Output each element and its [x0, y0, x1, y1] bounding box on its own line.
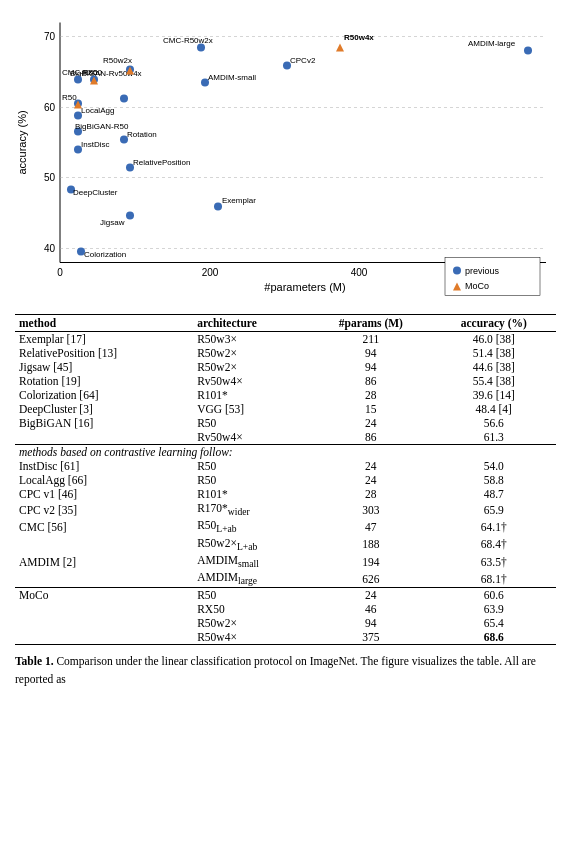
svg-text:accuracy (%): accuracy (%) — [16, 110, 28, 174]
arch-cell: R50w2× — [193, 360, 310, 374]
svg-text:DeepCluster: DeepCluster — [73, 188, 118, 197]
svg-text:RelativePosition: RelativePosition — [133, 158, 190, 167]
method-cell: CPC v1 [46] — [15, 487, 193, 501]
table-row: Rv50w4× 86 61.3 — [15, 430, 556, 445]
table-row: DeepCluster [3] VGG [53] 15 48.4 [4] — [15, 402, 556, 416]
arch-cell: R170*wider — [193, 501, 310, 518]
results-table: method architecture #params (M) accuracy… — [15, 314, 556, 645]
svg-point-45 — [524, 47, 532, 55]
acc-cell: 44.6 [38] — [431, 360, 556, 374]
arch-cell: Rv50w4× — [193, 374, 310, 388]
arch-cell: R50w2× — [193, 346, 310, 360]
method-cell — [15, 536, 193, 553]
method-cell — [15, 616, 193, 630]
svg-text:#parameters (M): #parameters (M) — [264, 281, 345, 293]
arch-cell: AMDIMsmall — [193, 553, 310, 570]
svg-text:AMDIM-small: AMDIM-small — [208, 73, 256, 82]
table-row: LocalAgg [66] R50 24 58.8 — [15, 473, 556, 487]
svg-text:LocalAgg: LocalAgg — [81, 106, 114, 115]
acc-cell: 48.4 [4] — [431, 402, 556, 416]
svg-point-59 — [453, 267, 461, 275]
params-cell: 86 — [310, 374, 431, 388]
method-cell: DeepCluster [3] — [15, 402, 193, 416]
params-cell: 94 — [310, 616, 431, 630]
method-cell: LocalAgg [66] — [15, 473, 193, 487]
params-cell: 626 — [310, 570, 431, 588]
arch-cell: R50w4× — [193, 630, 310, 645]
svg-text:40: 40 — [44, 243, 56, 254]
acc-cell: 39.6 [14] — [431, 388, 556, 402]
chart-area: 70 60 50 40 0 200 400 600 #parameters (M… — [15, 10, 556, 310]
params-cell: 24 — [310, 416, 431, 430]
table-row: Rotation [19] Rv50w4× 86 55.4 [38] — [15, 374, 556, 388]
col-header-params: #params (M) — [310, 315, 431, 332]
acc-cell: 68.6 — [431, 630, 556, 645]
table-row: AMDIMlarge 626 68.1† — [15, 570, 556, 588]
svg-marker-56 — [336, 44, 344, 52]
arch-cell: Rv50w4× — [193, 430, 310, 445]
params-cell: 24 — [310, 588, 431, 603]
method-cell: RelativePosition [13] — [15, 346, 193, 360]
params-cell: 15 — [310, 402, 431, 416]
method-cell: Jigsaw [45] — [15, 360, 193, 374]
params-cell: 94 — [310, 346, 431, 360]
moco-row: RX50 46 63.9 — [15, 602, 556, 616]
svg-text:AMDIM-large: AMDIM-large — [468, 39, 516, 48]
arch-cell: R50 — [193, 473, 310, 487]
method-cell: Rotation [19] — [15, 374, 193, 388]
acc-cell: 55.4 [38] — [431, 374, 556, 388]
arch-cell: R50 — [193, 588, 310, 603]
arch-cell: RX50 — [193, 602, 310, 616]
method-cell — [15, 570, 193, 588]
acc-cell: 63.5† — [431, 553, 556, 570]
svg-text:Jigsaw: Jigsaw — [100, 218, 125, 227]
svg-point-34 — [120, 95, 128, 103]
table-row: Exemplar [17] R50w3× 211 46.0 [38] — [15, 332, 556, 347]
params-cell: 94 — [310, 360, 431, 374]
table-header-row: method architecture #params (M) accuracy… — [15, 315, 556, 332]
acc-cell: 60.6 — [431, 588, 556, 603]
svg-text:Rotation: Rotation — [127, 130, 157, 139]
arch-cell: AMDIMlarge — [193, 570, 310, 588]
method-cell: Exemplar [17] — [15, 332, 193, 347]
svg-text:R50: R50 — [62, 93, 77, 102]
params-cell: 194 — [310, 553, 431, 570]
acc-cell: 65.4 — [431, 616, 556, 630]
arch-cell: VGG [53] — [193, 402, 310, 416]
acc-cell: 58.8 — [431, 473, 556, 487]
svg-text:70: 70 — [44, 31, 56, 42]
svg-text:RX50: RX50 — [82, 68, 103, 77]
svg-text:CPCv2: CPCv2 — [290, 56, 316, 65]
method-cell — [15, 630, 193, 645]
svg-text:MoCo: MoCo — [465, 281, 489, 291]
params-cell: 24 — [310, 473, 431, 487]
svg-text:60: 60 — [44, 102, 56, 113]
arch-cell: R50w2× — [193, 616, 310, 630]
method-cell — [15, 430, 193, 445]
params-cell: 24 — [310, 459, 431, 473]
svg-text:Exemplar: Exemplar — [222, 196, 256, 205]
method-cell: AMDIM [2] — [15, 553, 193, 570]
col-header-arch: architecture — [193, 315, 310, 332]
params-cell: 188 — [310, 536, 431, 553]
acc-cell: 61.3 — [431, 430, 556, 445]
method-cell: BigBiGAN [16] — [15, 416, 193, 430]
arch-cell: R50 — [193, 416, 310, 430]
arch-cell: R101* — [193, 388, 310, 402]
caption-text: Comparison under the linear classificati… — [15, 655, 536, 684]
svg-text:200: 200 — [202, 267, 219, 278]
table-row: R50w2×L+ab 188 68.4† — [15, 536, 556, 553]
col-header-acc: accuracy (%) — [431, 315, 556, 332]
params-cell: 86 — [310, 430, 431, 445]
method-cell: CPC v2 [35] — [15, 501, 193, 518]
svg-text:InstDisc: InstDisc — [81, 140, 109, 149]
params-cell: 47 — [310, 518, 431, 535]
acc-cell: 51.4 [38] — [431, 346, 556, 360]
acc-cell: 56.6 — [431, 416, 556, 430]
method-cell — [15, 602, 193, 616]
params-cell: 28 — [310, 487, 431, 501]
svg-text:R50w4x: R50w4x — [344, 33, 374, 42]
svg-text:0: 0 — [57, 267, 63, 278]
table-row: CMC [56] R50L+ab 47 64.1† — [15, 518, 556, 535]
method-cell: InstDisc [61] — [15, 459, 193, 473]
